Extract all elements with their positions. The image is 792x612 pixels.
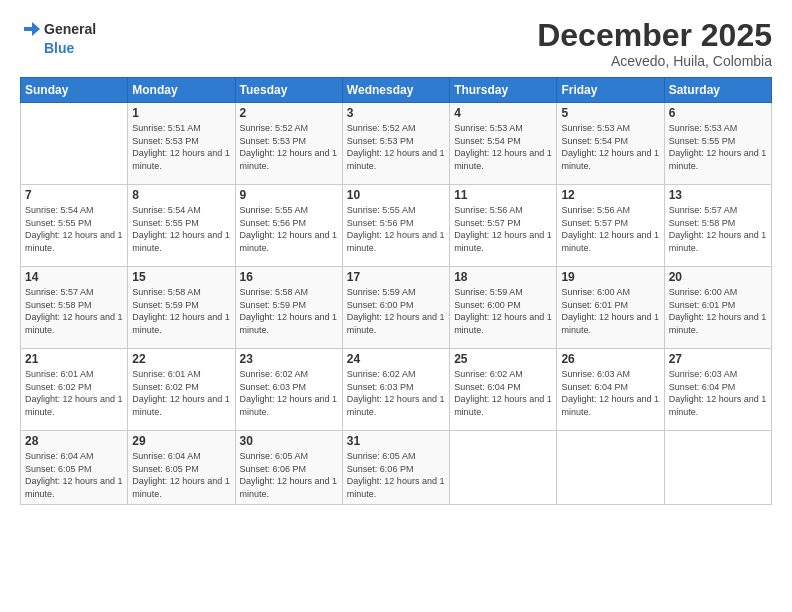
calendar-cell: 15 Sunrise: 5:58 AMSunset: 5:59 PMDaylig… — [128, 267, 235, 349]
calendar-cell: 28 Sunrise: 6:04 AMSunset: 6:05 PMDaylig… — [21, 431, 128, 504]
day-number: 15 — [132, 270, 230, 284]
day-info: Sunrise: 6:05 AMSunset: 6:06 PMDaylight:… — [240, 450, 338, 500]
calendar-cell: 22 Sunrise: 6:01 AMSunset: 6:02 PMDaylig… — [128, 349, 235, 431]
header-wednesday: Wednesday — [342, 78, 449, 103]
day-number: 5 — [561, 106, 659, 120]
calendar-cell: 17 Sunrise: 5:59 AMSunset: 6:00 PMDaylig… — [342, 267, 449, 349]
calendar-cell: 27 Sunrise: 6:03 AMSunset: 6:04 PMDaylig… — [664, 349, 771, 431]
day-info: Sunrise: 6:03 AMSunset: 6:04 PMDaylight:… — [561, 368, 659, 418]
day-number: 20 — [669, 270, 767, 284]
calendar-cell: 11 Sunrise: 5:56 AMSunset: 5:57 PMDaylig… — [450, 185, 557, 267]
day-info: Sunrise: 5:58 AMSunset: 5:59 PMDaylight:… — [132, 286, 230, 336]
calendar-cell: 14 Sunrise: 5:57 AMSunset: 5:58 PMDaylig… — [21, 267, 128, 349]
day-info: Sunrise: 6:02 AMSunset: 6:03 PMDaylight:… — [240, 368, 338, 418]
calendar-table: SundayMondayTuesdayWednesdayThursdayFrid… — [20, 77, 772, 504]
calendar-cell: 16 Sunrise: 5:58 AMSunset: 5:59 PMDaylig… — [235, 267, 342, 349]
day-number: 27 — [669, 352, 767, 366]
calendar-cell: 13 Sunrise: 5:57 AMSunset: 5:58 PMDaylig… — [664, 185, 771, 267]
day-number: 24 — [347, 352, 445, 366]
day-info: Sunrise: 5:53 AMSunset: 5:54 PMDaylight:… — [561, 122, 659, 172]
week-row-4: 28 Sunrise: 6:04 AMSunset: 6:05 PMDaylig… — [21, 431, 772, 504]
calendar-cell: 9 Sunrise: 5:55 AMSunset: 5:56 PMDayligh… — [235, 185, 342, 267]
day-number: 30 — [240, 434, 338, 448]
header-tuesday: Tuesday — [235, 78, 342, 103]
day-info: Sunrise: 5:56 AMSunset: 5:57 PMDaylight:… — [454, 204, 552, 254]
day-number: 25 — [454, 352, 552, 366]
calendar-cell: 29 Sunrise: 6:04 AMSunset: 6:05 PMDaylig… — [128, 431, 235, 504]
calendar-cell: 24 Sunrise: 6:02 AMSunset: 6:03 PMDaylig… — [342, 349, 449, 431]
calendar-cell: 18 Sunrise: 5:59 AMSunset: 6:00 PMDaylig… — [450, 267, 557, 349]
day-number: 2 — [240, 106, 338, 120]
calendar-cell: 6 Sunrise: 5:53 AMSunset: 5:55 PMDayligh… — [664, 103, 771, 185]
calendar-page: General Blue December 2025 Acevedo, Huil… — [0, 0, 792, 612]
calendar-cell: 21 Sunrise: 6:01 AMSunset: 6:02 PMDaylig… — [21, 349, 128, 431]
calendar-cell: 4 Sunrise: 5:53 AMSunset: 5:54 PMDayligh… — [450, 103, 557, 185]
logo-bird-icon — [20, 18, 42, 40]
header-sunday: Sunday — [21, 78, 128, 103]
title-block: December 2025 Acevedo, Huila, Colombia — [537, 18, 772, 69]
day-number: 13 — [669, 188, 767, 202]
day-info: Sunrise: 6:03 AMSunset: 6:04 PMDaylight:… — [669, 368, 767, 418]
day-info: Sunrise: 6:01 AMSunset: 6:02 PMDaylight:… — [132, 368, 230, 418]
day-info: Sunrise: 5:52 AMSunset: 5:53 PMDaylight:… — [347, 122, 445, 172]
header-thursday: Thursday — [450, 78, 557, 103]
day-number: 17 — [347, 270, 445, 284]
day-number: 26 — [561, 352, 659, 366]
calendar-cell: 30 Sunrise: 6:05 AMSunset: 6:06 PMDaylig… — [235, 431, 342, 504]
day-info: Sunrise: 5:56 AMSunset: 5:57 PMDaylight:… — [561, 204, 659, 254]
calendar-cell: 8 Sunrise: 5:54 AMSunset: 5:55 PMDayligh… — [128, 185, 235, 267]
day-info: Sunrise: 5:57 AMSunset: 5:58 PMDaylight:… — [669, 204, 767, 254]
day-info: Sunrise: 6:00 AMSunset: 6:01 PMDaylight:… — [561, 286, 659, 336]
calendar-cell — [557, 431, 664, 504]
day-info: Sunrise: 6:02 AMSunset: 6:03 PMDaylight:… — [347, 368, 445, 418]
calendar-cell: 31 Sunrise: 6:05 AMSunset: 6:06 PMDaylig… — [342, 431, 449, 504]
svg-marker-0 — [24, 22, 40, 36]
day-info: Sunrise: 5:52 AMSunset: 5:53 PMDaylight:… — [240, 122, 338, 172]
week-row-2: 14 Sunrise: 5:57 AMSunset: 5:58 PMDaylig… — [21, 267, 772, 349]
day-number: 19 — [561, 270, 659, 284]
calendar-subtitle: Acevedo, Huila, Colombia — [537, 53, 772, 69]
calendar-cell: 12 Sunrise: 5:56 AMSunset: 5:57 PMDaylig… — [557, 185, 664, 267]
calendar-cell: 10 Sunrise: 5:55 AMSunset: 5:56 PMDaylig… — [342, 185, 449, 267]
calendar-cell: 5 Sunrise: 5:53 AMSunset: 5:54 PMDayligh… — [557, 103, 664, 185]
header-saturday: Saturday — [664, 78, 771, 103]
header-monday: Monday — [128, 78, 235, 103]
day-info: Sunrise: 5:59 AMSunset: 6:00 PMDaylight:… — [454, 286, 552, 336]
day-info: Sunrise: 6:04 AMSunset: 6:05 PMDaylight:… — [25, 450, 123, 500]
day-number: 4 — [454, 106, 552, 120]
day-number: 29 — [132, 434, 230, 448]
day-number: 7 — [25, 188, 123, 202]
day-number: 31 — [347, 434, 445, 448]
calendar-cell: 20 Sunrise: 6:00 AMSunset: 6:01 PMDaylig… — [664, 267, 771, 349]
day-info: Sunrise: 5:51 AMSunset: 5:53 PMDaylight:… — [132, 122, 230, 172]
day-info: Sunrise: 6:02 AMSunset: 6:04 PMDaylight:… — [454, 368, 552, 418]
calendar-cell: 19 Sunrise: 6:00 AMSunset: 6:01 PMDaylig… — [557, 267, 664, 349]
calendar-cell: 26 Sunrise: 6:03 AMSunset: 6:04 PMDaylig… — [557, 349, 664, 431]
day-number: 11 — [454, 188, 552, 202]
day-info: Sunrise: 5:54 AMSunset: 5:55 PMDaylight:… — [132, 204, 230, 254]
calendar-cell: 25 Sunrise: 6:02 AMSunset: 6:04 PMDaylig… — [450, 349, 557, 431]
day-number: 8 — [132, 188, 230, 202]
calendar-cell: 1 Sunrise: 5:51 AMSunset: 5:53 PMDayligh… — [128, 103, 235, 185]
day-number: 3 — [347, 106, 445, 120]
day-info: Sunrise: 5:59 AMSunset: 6:00 PMDaylight:… — [347, 286, 445, 336]
calendar-cell — [664, 431, 771, 504]
day-info: Sunrise: 5:55 AMSunset: 5:56 PMDaylight:… — [347, 204, 445, 254]
day-info: Sunrise: 5:54 AMSunset: 5:55 PMDaylight:… — [25, 204, 123, 254]
day-info: Sunrise: 5:55 AMSunset: 5:56 PMDaylight:… — [240, 204, 338, 254]
calendar-cell — [450, 431, 557, 504]
calendar-title: December 2025 — [537, 18, 772, 53]
day-number: 14 — [25, 270, 123, 284]
logo-blue: Blue — [44, 40, 74, 56]
day-number: 9 — [240, 188, 338, 202]
day-info: Sunrise: 6:01 AMSunset: 6:02 PMDaylight:… — [25, 368, 123, 418]
week-row-0: 1 Sunrise: 5:51 AMSunset: 5:53 PMDayligh… — [21, 103, 772, 185]
day-info: Sunrise: 6:05 AMSunset: 6:06 PMDaylight:… — [347, 450, 445, 500]
day-number: 28 — [25, 434, 123, 448]
calendar-cell: 3 Sunrise: 5:52 AMSunset: 5:53 PMDayligh… — [342, 103, 449, 185]
day-number: 22 — [132, 352, 230, 366]
day-number: 12 — [561, 188, 659, 202]
header: General Blue December 2025 Acevedo, Huil… — [20, 18, 772, 69]
calendar-cell — [21, 103, 128, 185]
calendar-cell: 2 Sunrise: 5:52 AMSunset: 5:53 PMDayligh… — [235, 103, 342, 185]
